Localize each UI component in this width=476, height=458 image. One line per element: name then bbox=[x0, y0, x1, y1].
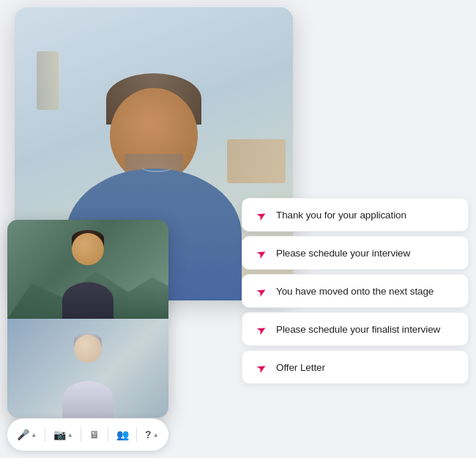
send-icon-4: ➤ bbox=[253, 321, 269, 337]
notification-3[interactable]: ➤ You have moved onto the next stage bbox=[242, 274, 469, 308]
send-icon-3: ➤ bbox=[253, 283, 269, 299]
microphone-button[interactable]: 🎤 ▲ bbox=[17, 429, 37, 440]
more-button[interactable]: ? ▲ bbox=[145, 429, 158, 440]
divider-2 bbox=[81, 427, 81, 442]
mic-chevron: ▲ bbox=[31, 432, 37, 438]
divider-1 bbox=[45, 427, 45, 442]
screen-share-button[interactable]: 🖥 bbox=[89, 429, 100, 440]
participant-1-video bbox=[7, 220, 168, 319]
more-chevron: ▲ bbox=[153, 432, 159, 438]
send-icon-2: ➤ bbox=[253, 245, 269, 261]
divider-4 bbox=[136, 427, 137, 442]
notification-text-1: Thank you for your application bbox=[276, 210, 406, 221]
scene: 🎤 ▲ 📷 ▲ 🖥 👥 ? ▲ ➤ Thank you for your app… bbox=[0, 0, 476, 458]
notification-5[interactable]: ➤ Offer Letter bbox=[242, 350, 469, 384]
camera-button[interactable]: 📷 ▲ bbox=[53, 429, 73, 440]
notification-panel: ➤ Thank you for your application ➤ Pleas… bbox=[242, 198, 469, 384]
divider-3 bbox=[108, 427, 108, 442]
notification-text-3: You have moved onto the next stage bbox=[276, 286, 434, 297]
send-icon-5: ➤ bbox=[253, 359, 269, 375]
notification-text-4: Please schedule your finalist interview bbox=[276, 324, 440, 335]
participants-button[interactable]: 👥 bbox=[116, 429, 129, 440]
send-icon-1: ➤ bbox=[253, 207, 269, 223]
video-panel bbox=[7, 220, 168, 418]
notification-1[interactable]: ➤ Thank you for your application bbox=[242, 198, 469, 232]
participant-2-video bbox=[7, 319, 168, 418]
notification-2[interactable]: ➤ Please schedule your interview bbox=[242, 236, 469, 270]
notification-text-5: Offer Letter bbox=[276, 362, 325, 373]
notification-4[interactable]: ➤ Please schedule your finalist intervie… bbox=[242, 312, 469, 346]
notification-text-2: Please schedule your interview bbox=[276, 248, 410, 259]
video-toolbar: 🎤 ▲ 📷 ▲ 🖥 👥 ? ▲ bbox=[7, 418, 168, 451]
camera-chevron: ▲ bbox=[67, 432, 73, 438]
